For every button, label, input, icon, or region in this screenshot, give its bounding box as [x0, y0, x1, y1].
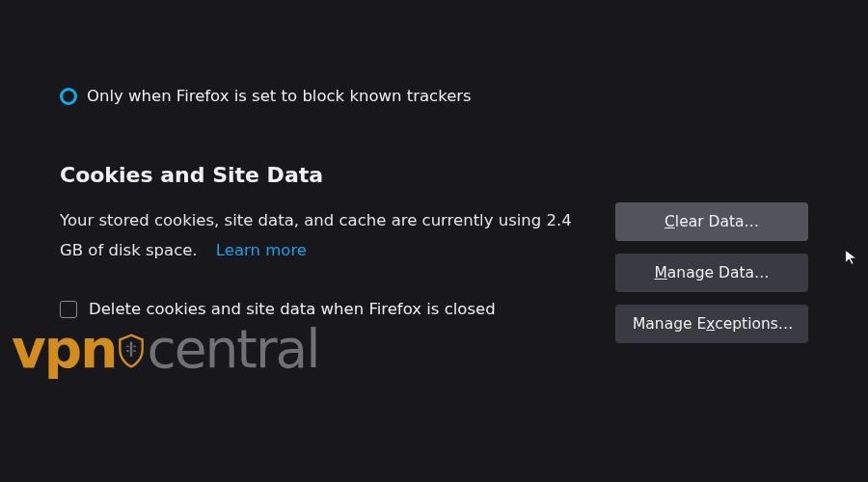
- delete-on-close-row[interactable]: Delete cookies and site data when Firefo…: [60, 300, 586, 318]
- cookies-desc-suffix: of disk space.: [83, 241, 198, 259]
- cookies-description: Your stored cookies, site data, and cach…: [60, 206, 586, 265]
- dnt-option-row[interactable]: Only when Firefox is set to block known …: [60, 87, 808, 105]
- cookies-section-heading: Cookies and Site Data: [60, 163, 808, 187]
- manage-data-button[interactable]: Manage Data…: [615, 254, 808, 292]
- cookies-desc-prefix: Your stored cookies, site data, and cach…: [60, 211, 547, 229]
- privacy-settings-panel: Only when Firefox is set to block known …: [0, 0, 868, 343]
- radio-selected-icon: [60, 88, 77, 105]
- manage-exceptions-button[interactable]: Manage Exceptions…: [615, 305, 808, 343]
- checkbox-unchecked-icon: [60, 301, 77, 318]
- delete-on-close-label: Delete cookies and site data when Firefo…: [89, 300, 496, 318]
- learn-more-link[interactable]: Learn more: [216, 241, 307, 259]
- dnt-option-label: Only when Firefox is set to block known …: [87, 87, 472, 105]
- clear-data-button[interactable]: Clear Data…: [615, 202, 808, 241]
